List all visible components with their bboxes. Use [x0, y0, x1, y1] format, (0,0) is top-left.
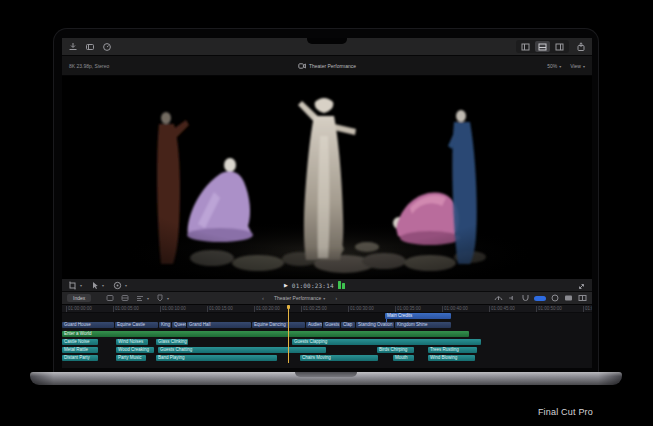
timeline-clip-mouth[interactable]: Mouth: [393, 355, 414, 361]
browser-toggle-icon[interactable]: [518, 41, 533, 52]
timeline-clip-trees-rustling[interactable]: Trees Rustling: [428, 347, 477, 353]
zoom-level-menu[interactable]: 50%▾: [547, 63, 561, 69]
timeline-right-icons: [494, 294, 587, 302]
timeline-clip-queen[interactable]: Queen: [172, 322, 186, 328]
ruler-tick: 01:00:30:00: [348, 306, 374, 312]
playhead[interactable]: [288, 305, 289, 363]
skimming-icon[interactable]: [494, 294, 503, 302]
chevron-down-icon: ▾: [583, 64, 585, 69]
ruler-tick: 01:00:05:00: [113, 306, 139, 312]
ruler-tick: 01:00:25:00: [301, 306, 327, 312]
ruler-tick: 01:00:45:00: [489, 306, 515, 312]
index-button[interactable]: Index: [67, 294, 91, 302]
timeline-toggle-icon[interactable]: [535, 41, 550, 52]
chevron-down-icon: ▾: [559, 64, 561, 69]
timeline-tracks[interactable]: 01:00:00:0001:00:05:0001:00:10:0001:00:1…: [62, 305, 592, 368]
chevron-down-icon: ▾: [80, 283, 82, 288]
timeline-clip-birds-chirping[interactable]: Birds Chirping: [377, 347, 414, 353]
crop-tool-menu[interactable]: ▾: [68, 281, 82, 290]
select-tool-menu[interactable]: ▾: [91, 281, 104, 290]
timeline-clip-glass-clinking[interactable]: Glass Clinking: [156, 339, 188, 345]
chevron-down-icon: ▾: [167, 296, 169, 301]
timeline-clip-guests-chatting[interactable]: Guests Chatting: [158, 347, 326, 353]
timeline-clip-distant-party[interactable]: Distant Party: [62, 355, 98, 361]
keyword-icon[interactable]: [85, 42, 95, 52]
inspector-toggle-icon[interactable]: [552, 41, 567, 52]
product-caption: Final Cut Pro: [538, 407, 593, 417]
snapping-icon[interactable]: [521, 294, 529, 302]
timeline-project-menu[interactable]: Theater Performance▾: [274, 295, 325, 301]
ruler-tick: 01:00:10:00: [160, 306, 186, 312]
timeline-clip-chairs-moving[interactable]: Chairs Moving: [300, 355, 378, 361]
layout-toggle-group: [516, 40, 569, 53]
dashboard: ▶ 01:00:23:14: [284, 281, 345, 290]
viewer-project-title: Theater Performance: [309, 63, 356, 69]
timeline-clip-kingdom-shine[interactable]: Kingdom Shine: [395, 322, 451, 328]
timeline-clip-standing-ovation[interactable]: Standing Ovation: [356, 322, 394, 328]
ruler-tick: 01:00:40:00: [442, 306, 468, 312]
play-icon[interactable]: ▶: [284, 281, 288, 290]
timeline-clip-main-credits[interactable]: Main Credits: [385, 313, 451, 319]
timecode-display[interactable]: 01:00:23:14: [292, 282, 334, 289]
timeline-clip-party-music[interactable]: Party Music: [116, 355, 146, 361]
ruler-tick: 01:00:55:00: [583, 306, 592, 312]
timeline-clip-wind-noises[interactable]: Wind Noises: [116, 339, 148, 345]
timeline-toolbar: Index ▾ ▾ ‹ Theater Performance▾ ›: [62, 292, 592, 305]
tracks-menu[interactable]: ▾: [136, 294, 149, 302]
stage-scene: [62, 76, 592, 278]
import-icon[interactable]: [68, 42, 78, 52]
timeline-clip-wood-creaking[interactable]: Wood Creaking: [116, 347, 154, 353]
timeline-clip-audience-observe[interactable]: Audience Observe: [306, 322, 322, 328]
laptop-screen-bezel: 8K 23.98p, Stereo Theater Performance 50…: [53, 28, 599, 374]
timeline-ruler[interactable]: 01:00:00:0001:00:05:0001:00:10:0001:00:1…: [62, 305, 592, 313]
scene: 8K 23.98p, Stereo Theater Performance 50…: [0, 0, 653, 426]
solo-icon[interactable]: [551, 294, 559, 302]
camera-icon: [298, 63, 306, 69]
audio-skimming-icon[interactable]: [508, 294, 516, 302]
title-clip-connector: [386, 319, 387, 322]
meter-left: [338, 281, 341, 289]
timeline-clip-metal-rattle[interactable]: Metal Rattle: [62, 347, 98, 353]
appearance-icon[interactable]: [564, 294, 573, 302]
chevron-down-icon: ▾: [147, 296, 149, 301]
project-switcher: ‹ Theater Performance▾ ›: [262, 294, 337, 302]
fullscreen-expand-icon[interactable]: [577, 282, 586, 291]
ruler-tick: 01:00:15:00: [207, 306, 233, 312]
meter-right: [342, 283, 345, 289]
timeline-clip-guests-clapping[interactable]: Guests Clapping: [292, 339, 481, 345]
background-tasks-icon[interactable]: [102, 42, 112, 52]
media-icon[interactable]: [106, 294, 114, 302]
marker-menu[interactable]: ▾: [156, 294, 169, 302]
macbook-screen: 8K 23.98p, Stereo Theater Performance 50…: [62, 38, 592, 368]
audio-skimming-toggle[interactable]: [534, 296, 546, 301]
previous-project-arrow[interactable]: ‹: [262, 294, 264, 302]
timeline-clip-grand-hall[interactable]: Grand Hall: [187, 322, 251, 328]
toolbar-right-group: [516, 40, 586, 53]
transport-bar: ▾ ▾ ▾ ▶ 01:00:23:14: [62, 278, 592, 292]
viewer-title-wrap: Theater Performance: [62, 63, 592, 69]
ruler-tick: 01:00:20:00: [254, 306, 280, 312]
effects-tool-menu[interactable]: ▾: [113, 281, 127, 290]
next-project-arrow[interactable]: ›: [335, 294, 337, 302]
timeline-clip-guard-house[interactable]: Guard House: [62, 322, 114, 328]
laptop-base: [30, 372, 622, 385]
viewer-canvas: [62, 76, 592, 278]
timeline-clip-guests[interactable]: Guests: [323, 322, 340, 328]
ruler-tick: 01:00:50:00: [536, 306, 562, 312]
timeline-clip-king[interactable]: King: [159, 322, 171, 328]
timeline-clip-equine-castle[interactable]: Equine Castle: [115, 322, 158, 328]
ruler-tick: 01:00:35:00: [395, 306, 421, 312]
timeline-clip-clap[interactable]: Clap: [341, 322, 355, 328]
clip-appearance-icon[interactable]: [121, 294, 129, 302]
timeline-clip-wind-blowing[interactable]: Wind Blowing: [428, 355, 475, 361]
timeline-clip-equine-dancing[interactable]: Equine Dancing: [252, 322, 305, 328]
share-icon[interactable]: [576, 42, 586, 52]
timeline-fullscreen-icon[interactable]: [578, 294, 587, 302]
audio-meters[interactable]: [338, 281, 345, 290]
viewer-view-controls: 50%▾ View▾: [547, 63, 585, 69]
view-menu[interactable]: View▾: [570, 63, 585, 69]
lid-opening-notch: [295, 372, 357, 377]
timeline-clip-castle-noise[interactable]: Castle Noise: [62, 339, 98, 345]
timeline-clip-enter-a-world[interactable]: Enter a World: [62, 331, 469, 337]
timeline-clip-band-playing[interactable]: Band Playing: [156, 355, 277, 361]
